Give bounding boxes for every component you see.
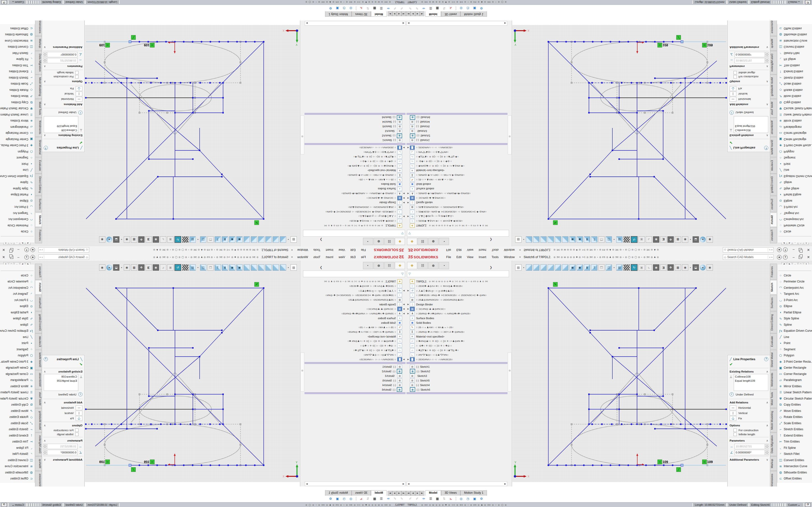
sketch-tool-item[interactable]: ◝ Tangent Arc xyxy=(0,210,35,216)
collapse-chevron-icon[interactable]: ∧ xyxy=(44,103,46,106)
sketch-tool-item[interactable]: ⧺ Mirror Entities xyxy=(777,383,812,389)
restore-button[interactable] xyxy=(10,248,13,251)
bottom-toolbar-icon[interactable]: ⚙ xyxy=(328,6,334,11)
view-toolbar-icon[interactable] xyxy=(623,236,630,243)
sketch-tool-item[interactable]: ○ Circle xyxy=(777,229,812,235)
sketch-tool-item[interactable]: ⊺ Extend Entities xyxy=(0,433,35,439)
checkbox[interactable] xyxy=(733,71,737,74)
view-toolbar-icon[interactable]: ▾ xyxy=(613,237,615,242)
view-toolbar-icon[interactable]: ◼ xyxy=(569,236,576,243)
collapse-chevron-icon[interactable]: ∧ xyxy=(44,401,46,404)
view-toolbar-icon[interactable]: ▮ xyxy=(222,236,228,243)
sketch-tool-item[interactable]: ⁘ Segment xyxy=(777,155,812,161)
view-toolbar-icon[interactable]: ▣ xyxy=(639,264,645,271)
tree-item[interactable]: ▶ ☆ ○ 253Є✚◦♟◎ΛA Φ○ ◦○ ΦΑV◎♟◦✚3Є25○ xyxy=(406,284,507,288)
document-tab[interactable]: 3D Views xyxy=(352,490,371,496)
menu-item[interactable]: Tools xyxy=(489,248,501,251)
spinner-control[interactable]: ▲▼ xyxy=(43,444,47,449)
view-toolbar-icon[interactable] xyxy=(540,264,547,271)
sketch-tool-item[interactable]: ≋ Intersection Curve xyxy=(0,38,35,44)
collapse-chevron-icon[interactable]: ∧ xyxy=(766,401,768,404)
option-checkbox-row[interactable]: Infinite length xyxy=(733,71,768,74)
search-input[interactable]: ◇ Search CAD Models ⌕ ▾ xyxy=(723,247,773,252)
menu-item[interactable]: Edit xyxy=(454,256,464,259)
sketch-tree-item[interactable]: ▶ ▦ (-) Sketch5 xyxy=(305,124,406,129)
expand-arrow-icon[interactable]: ▶ xyxy=(402,215,406,218)
commandmanager-tab[interactable]: Weldments xyxy=(35,118,42,137)
sketch-tree-item[interactable]: ▶ ▦ (-) Sketch1 xyxy=(406,138,507,143)
view-toolbar-icon[interactable] xyxy=(540,236,547,243)
tree-splitter[interactable] xyxy=(406,362,507,364)
commandmanager-tab[interactable]: Surfaces xyxy=(770,295,777,311)
tree-item[interactable]: ▶ ▱ ○ ✚ƺ⅁º♟○ ⁜ ⊙[○ ◦○ ]⊙ ⁜ ○♟º⅁ƺ ✚○ xyxy=(406,155,507,159)
ok-checkmark-icon[interactable]: ✔ xyxy=(42,140,84,145)
sketch-tool-item[interactable]: ⊺ Extend Entities xyxy=(777,433,812,439)
bottom-toolbar-icon[interactable]: ◎ xyxy=(458,496,464,501)
spinner-control[interactable]: ▲▼ xyxy=(765,444,769,449)
tree-item[interactable]: ▶ ☆ ○ 253Є✚◦♟◎ΛA Φ○ ◦○ ΦΑV◎♟◦✚3Є25○ xyxy=(305,284,406,288)
view-toolbar-icon[interactable] xyxy=(562,264,568,271)
view-toolbar-icon[interactable]: ↧ xyxy=(215,264,221,271)
sketch-tool-item[interactable]: ⇗ Move Entities xyxy=(777,93,812,100)
scroll-left-icon[interactable]: ◀ xyxy=(402,483,405,485)
document-tab[interactable]: Motion Study 1 xyxy=(325,11,352,17)
option-checkbox-row[interactable]: For construction xyxy=(44,75,79,78)
expand-arrow-icon[interactable]: ▶ xyxy=(406,192,410,194)
commandmanager-tab[interactable]: Sketch xyxy=(770,213,777,227)
bottom-toolbar-icon[interactable]: ◎ xyxy=(348,6,354,11)
view-toolbar-icon[interactable]: ● xyxy=(106,265,112,270)
sketch-tool-item[interactable]: ◟ Fit Spline xyxy=(0,56,35,62)
view-toolbar-icon[interactable]: ◉ xyxy=(682,264,688,271)
scroll-right-icon[interactable]: ▶ xyxy=(503,22,507,24)
sketch-tool-item[interactable]: ⤢ Scale Entities xyxy=(777,81,812,87)
spinner-control[interactable]: ▲▼ xyxy=(765,52,769,57)
sketch-tool-item[interactable]: ◍ Silhouette Entities xyxy=(777,469,812,475)
commandmanager-tab[interactable]: Data Migration xyxy=(35,51,42,74)
bottom-toolbar-icon[interactable]: ◎ xyxy=(458,6,464,11)
tree-item[interactable]: ▶ ▣ Solid Bodies xyxy=(305,182,406,187)
sketch-tool-item[interactable]: ◫ Convert Entities xyxy=(0,44,35,50)
add-relation-button[interactable]: ❘ Vertical xyxy=(44,92,83,96)
expand-chevron-icon[interactable]: ∨ xyxy=(44,458,46,461)
sketch-tool-item[interactable]: ◍ Silhouette Entities xyxy=(777,32,812,38)
sketch-tree-item[interactable]: ▶ ▦ Sketch3 xyxy=(406,129,507,133)
sketch-tree-item[interactable]: ▶ ▦ (-) Sketch5 xyxy=(406,378,507,383)
sketch-tool-item[interactable]: ○ Circle xyxy=(0,229,35,235)
view-toolbar-icon[interactable]: ▤ xyxy=(291,236,297,243)
account-icon[interactable]: ◉ xyxy=(777,248,781,252)
sketch-tool-item[interactable]: ▪ Point xyxy=(777,340,812,346)
sketch-tree-item[interactable]: ▶ ▦ (-) Sketch5 xyxy=(406,124,507,129)
sketch-tree-item[interactable]: ▶ ▦ (-) Sketch4 xyxy=(305,383,406,387)
add-relation-button[interactable]: ⚓ Fix xyxy=(44,86,83,91)
sketch-tool-item[interactable]: ╱ Line xyxy=(777,167,812,173)
sketch-tool-item[interactable]: ⊙ Ellipse xyxy=(0,303,35,309)
commandmanager-tab[interactable]: Mesh Modeling xyxy=(35,408,42,433)
spinner-control[interactable]: ▲▼ xyxy=(43,450,47,455)
commandmanager-tab[interactable]: Direct Editing xyxy=(770,312,777,333)
scroll-right-icon[interactable]: ▶ xyxy=(305,483,309,485)
sketch-tool-item[interactable]: ◫ Convert Entities xyxy=(777,44,812,50)
menu-item[interactable]: File xyxy=(358,256,368,259)
status-unit-system[interactable]: Custom ▴ xyxy=(785,503,804,507)
parameter-value-field[interactable]: 0.00000000° xyxy=(47,450,78,455)
relation-item[interactable]: Equal length109 xyxy=(735,124,767,128)
restore-button[interactable] xyxy=(799,256,802,259)
sketch-tool-item[interactable]: ◟ Fit Spline xyxy=(777,445,812,451)
tree-item[interactable]: ▶ ◗ Surface Bodies xyxy=(305,187,406,191)
collapse-chevron-icon[interactable]: ∧ xyxy=(44,439,46,442)
spinner-control[interactable]: ▲▼ xyxy=(765,58,769,63)
tab-nav-button[interactable]: ▶ xyxy=(392,11,397,16)
sketch-tool-item[interactable]: ◈ 3 Point Center Recta... xyxy=(0,358,35,365)
tab-displaymanager[interactable]: ◔ xyxy=(439,262,449,269)
relation-item[interactable]: Collinear108 xyxy=(45,375,77,379)
sketch-tool-item[interactable]: ◝ Tangent Arc xyxy=(777,291,812,297)
menu-item[interactable]: Insert xyxy=(323,256,336,259)
view-toolbar-icon[interactable] xyxy=(265,236,272,243)
document-tab[interactable]: 3D Views xyxy=(441,490,460,496)
sketch-tool-item[interactable]: ▭ Corner Rectangle xyxy=(777,371,812,377)
view-toolbar-icon[interactable]: ◫ xyxy=(606,236,612,243)
commandmanager-tab[interactable]: Mold Tools xyxy=(770,99,777,118)
view-toolbar-icon[interactable]: ↻ xyxy=(174,236,181,243)
tab-configurationmanager[interactable]: ⊕ xyxy=(373,262,384,269)
bottom-toolbar-icon[interactable]: ✐ xyxy=(407,496,413,501)
